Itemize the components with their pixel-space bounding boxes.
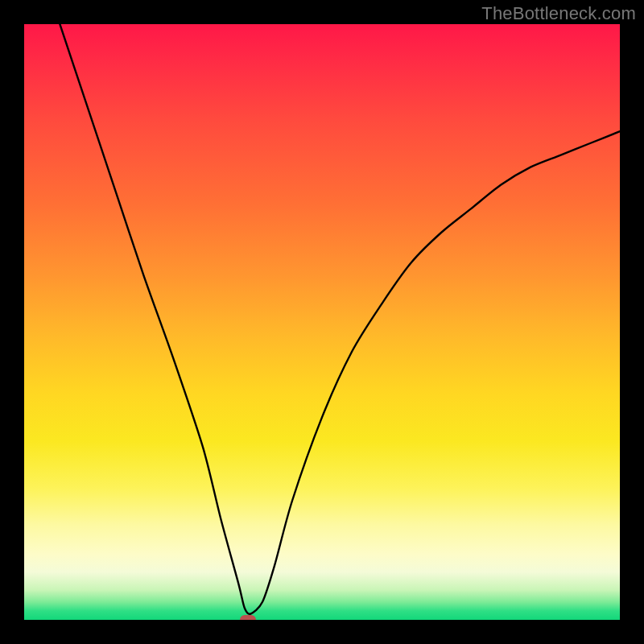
curve-path: [60, 24, 620, 614]
notch-marker: [240, 615, 256, 620]
watermark-text: TheBottleneck.com: [481, 3, 636, 24]
plot-area: [24, 24, 620, 620]
chart-frame: TheBottleneck.com: [0, 0, 644, 644]
bottleneck-curve: [24, 24, 620, 620]
